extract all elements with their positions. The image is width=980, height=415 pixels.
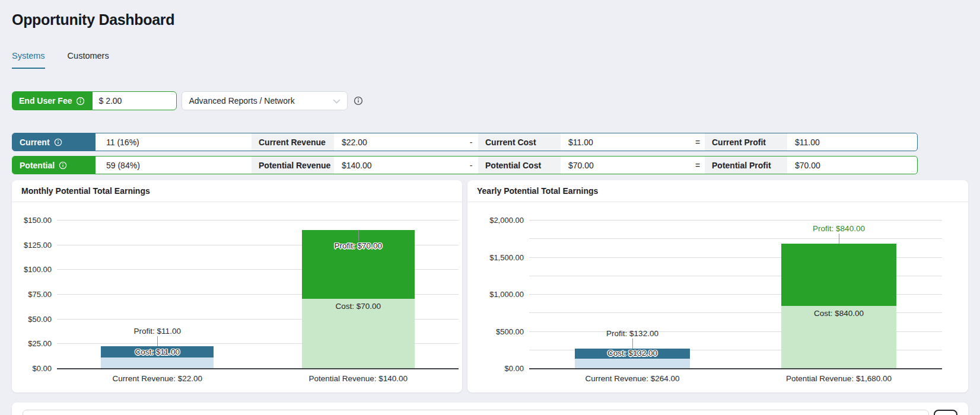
current-summary-row: Current 11 (16%) Current Revenue $22.00 …: [12, 133, 918, 151]
info-icon[interactable]: [76, 97, 85, 106]
current-cost-value: $11.00: [561, 133, 691, 151]
equals-operator: =: [691, 157, 705, 174]
page-title: Opportunity Dashboard: [12, 11, 968, 28]
monthly-chart-body: $0.00$25.00$50.00$75.00$100.00$125.00$15…: [12, 202, 462, 392]
info-icon[interactable]: [54, 138, 62, 146]
cost-label: Cost: $11.00: [135, 347, 180, 357]
label-connector-line: [358, 230, 359, 241]
x-category-label: Potential Revenue: $140.00: [258, 374, 459, 383]
minus-operator: -: [464, 157, 478, 174]
bar-cost-segment: [101, 357, 214, 368]
y-tick-label: $75.00: [28, 290, 52, 299]
potential-label-badge: Potential: [12, 157, 96, 174]
y-tick-label: $100.00: [24, 265, 52, 274]
current-revenue-value: $22.00: [334, 133, 464, 151]
potential-cost-label: Potential Cost: [478, 157, 561, 174]
end-user-fee-input[interactable]: $ 2.00: [92, 91, 177, 110]
end-user-fee-row: End User Fee $ 2.00 Advanced Reports / N…: [12, 91, 968, 110]
profit-label: Profit: $840.00: [813, 224, 865, 234]
potential-profit-value: $70.00: [787, 157, 917, 174]
potential-revenue-label: Potential Revenue: [252, 157, 334, 174]
gridline: [529, 238, 942, 239]
info-icon[interactable]: [59, 161, 67, 170]
report-type-select[interactable]: Advanced Reports / Network: [182, 91, 348, 110]
y-tick-label: $150.00: [24, 216, 52, 225]
profit-label: Profit: $11.00: [134, 326, 181, 336]
potential-label-text: Potential: [20, 161, 55, 170]
charts-section: Monthly Potential Total Earnings $0.00$2…: [12, 180, 968, 392]
tab-customers[interactable]: Customers: [68, 51, 109, 69]
profit-label: Profit: $132.00: [606, 328, 658, 339]
y-tick-label: $500.00: [496, 327, 524, 336]
bottom-search-input[interactable]: [23, 410, 929, 415]
minus-operator: -: [464, 133, 478, 151]
current-profit-value: $11.00: [787, 133, 917, 151]
opportunity-dashboard-page: Opportunity Dashboard Systems Customers …: [0, 0, 980, 415]
bar-profit-segment: [781, 244, 897, 306]
y-tick-label: $1,000.00: [489, 290, 524, 299]
x-category-label: Potential Revenue: $1,680.00: [736, 374, 942, 383]
label-connector-line: [157, 336, 158, 346]
gridline: [529, 220, 942, 221]
bar-cost-segment: [575, 359, 691, 369]
cost-label: Cost: $70.00: [335, 301, 381, 311]
summary-section: Current 11 (16%) Current Revenue $22.00 …: [12, 133, 918, 174]
info-icon[interactable]: [354, 96, 363, 106]
tab-systems[interactable]: Systems: [12, 51, 45, 69]
end-user-fee-label-text: End User Fee: [19, 96, 72, 106]
x-axis-line: [529, 368, 942, 369]
cost-label: Cost: $132.00: [607, 348, 657, 358]
label-connector-line: [839, 234, 839, 244]
yearly-earnings-chart: Yearly Potential Total Earnings $0.00$50…: [467, 180, 968, 392]
current-count: 11 (16%): [96, 133, 252, 151]
potential-count: 59 (84%): [96, 157, 252, 174]
x-axis-labels: Current Revenue: $264.00Potential Revenu…: [529, 374, 942, 383]
yearly-chart-title: Yearly Potential Total Earnings: [467, 180, 968, 202]
yearly-chart-body: $0.00$500.00$1,000.00$1,500.00$2,000.00P…: [467, 202, 968, 392]
plot-area: $0.00$500.00$1,000.00$1,500.00$2,000.00P…: [529, 220, 942, 368]
x-category-label: Current Revenue: $22.00: [57, 374, 258, 383]
potential-cost-value: $70.00: [561, 157, 691, 174]
x-category-label: Current Revenue: $264.00: [529, 374, 736, 383]
potential-profit-label: Potential Profit: [705, 157, 787, 174]
y-tick-label: $0.00: [32, 364, 52, 373]
monthly-earnings-chart: Monthly Potential Total Earnings $0.00$2…: [12, 180, 462, 392]
y-tick-label: $50.00: [28, 314, 52, 323]
potential-summary-row: Potential 59 (84%) Potential Revenue $14…: [12, 156, 918, 174]
y-tick-label: $125.00: [24, 240, 52, 249]
end-user-fee-group: End User Fee $ 2.00: [12, 91, 177, 110]
bottom-panel: [12, 403, 968, 415]
x-axis-labels: Current Revenue: $22.00Potential Revenue…: [57, 374, 459, 383]
end-user-fee-label: End User Fee: [12, 91, 92, 110]
potential-revenue-value: $140.00: [334, 157, 464, 174]
current-revenue-label: Current Revenue: [252, 133, 334, 151]
profit-label: Profit: $70.00: [335, 241, 382, 251]
current-cost-label: Current Cost: [478, 133, 561, 151]
plot-area: $0.00$25.00$50.00$75.00$100.00$125.00$15…: [57, 220, 459, 368]
cost-label: Cost: $840.00: [814, 308, 864, 318]
chevron-down-icon: [333, 96, 341, 106]
current-profit-label: Current Profit: [705, 133, 787, 151]
report-type-select-value: Advanced Reports / Network: [189, 96, 294, 106]
gridline: [57, 220, 459, 221]
x-axis-line: [57, 368, 459, 369]
label-connector-line: [632, 339, 633, 349]
current-label-text: Current: [20, 138, 50, 147]
y-tick-label: $0.00: [504, 364, 524, 373]
current-label-badge: Current: [12, 133, 96, 151]
bottom-action-button[interactable]: [934, 410, 957, 415]
y-tick-label: $2,000.00: [489, 216, 524, 225]
equals-operator: =: [691, 133, 705, 151]
monthly-chart-title: Monthly Potential Total Earnings: [12, 180, 462, 202]
y-tick-label: $25.00: [28, 339, 52, 348]
y-tick-label: $1,500.00: [489, 253, 524, 261]
tab-bar: Systems Customers: [12, 51, 968, 69]
